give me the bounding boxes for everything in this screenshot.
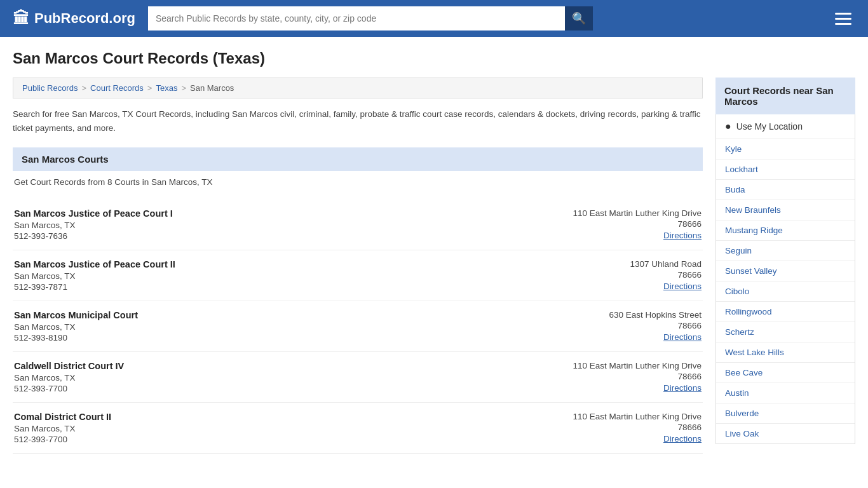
content-layout: Public Records > Court Records > Texas >… bbox=[13, 78, 855, 454]
sidebar-city-link[interactable]: Live Oak bbox=[716, 424, 855, 444]
sidebar: Court Records near San Marcos ● Use My L… bbox=[715, 78, 855, 444]
sidebar-city-link[interactable]: Bulverde bbox=[716, 403, 855, 424]
court-info: San Marcos Justice of Peace Court II San… bbox=[14, 259, 536, 292]
breadcrumb-texas[interactable]: Texas bbox=[156, 83, 177, 93]
hamburger-menu-button[interactable] bbox=[831, 9, 855, 29]
hamburger-line-3 bbox=[835, 23, 851, 25]
court-record: San Marcos Justice of Peace Court I San … bbox=[13, 200, 703, 250]
court-name: San Marcos Municipal Court bbox=[14, 310, 536, 320]
court-address: 110 East Martin Luther King Drive 78666 … bbox=[536, 361, 702, 393]
court-info: San Marcos Justice of Peace Court I San … bbox=[14, 208, 536, 241]
sidebar-city-link[interactable]: Austin bbox=[716, 383, 855, 403]
court-phone: 512-393-7700 bbox=[14, 435, 536, 444]
court-record: Comal District Court II San Marcos, TX 5… bbox=[13, 403, 703, 454]
court-city-state: San Marcos, TX bbox=[14, 424, 536, 433]
breadcrumb-sep-1: > bbox=[81, 83, 86, 93]
search-icon: 🔍 bbox=[572, 11, 586, 25]
court-info: San Marcos Municipal Court San Marcos, T… bbox=[14, 310, 536, 342]
court-street: 630 East Hopkins Street bbox=[536, 310, 702, 320]
sidebar-city-link[interactable]: West Lake Hills bbox=[716, 342, 855, 363]
sidebar-city-link[interactable]: Kyle bbox=[716, 139, 855, 159]
court-address: 110 East Martin Luther King Drive 78666 … bbox=[536, 208, 702, 240]
court-zip: 78666 bbox=[536, 372, 702, 381]
courts-section: San Marcos Courts Get Court Records from… bbox=[13, 147, 703, 454]
breadcrumb-sep-2: > bbox=[147, 83, 153, 93]
court-zip: 78666 bbox=[536, 423, 702, 432]
breadcrumb-court-records[interactable]: Court Records bbox=[90, 83, 144, 93]
court-street: 1307 Uhland Road bbox=[536, 259, 702, 269]
courts-section-header: San Marcos Courts bbox=[13, 147, 703, 171]
court-name: San Marcos Justice of Peace Court II bbox=[14, 259, 536, 269]
sidebar-header: Court Records near San Marcos bbox=[715, 78, 855, 114]
logo-text: PubRecord.org bbox=[34, 10, 135, 27]
sidebar-city-link[interactable]: Cibolo bbox=[716, 281, 855, 302]
hamburger-line-2 bbox=[835, 18, 851, 20]
search-bar: 🔍 bbox=[148, 6, 593, 30]
directions-link[interactable]: Directions bbox=[663, 434, 702, 444]
logo-icon: 🏛 bbox=[13, 9, 29, 29]
sidebar-city-link[interactable]: Rollingwood bbox=[716, 302, 855, 322]
courts-list: San Marcos Justice of Peace Court I San … bbox=[13, 200, 703, 454]
court-name: Comal District Court II bbox=[14, 412, 536, 422]
court-street: 110 East Martin Luther King Drive bbox=[536, 412, 702, 421]
sidebar-city-link[interactable]: Bee Cave bbox=[716, 363, 855, 383]
breadcrumb-sep-3: > bbox=[181, 83, 186, 93]
court-city-state: San Marcos, TX bbox=[14, 373, 536, 383]
sidebar-cities-list: KyleLockhartBudaNew BraunfelsMustang Rid… bbox=[716, 139, 855, 444]
breadcrumb-public-records[interactable]: Public Records bbox=[22, 83, 78, 93]
court-phone: 512-393-7636 bbox=[14, 231, 536, 241]
court-record: San Marcos Justice of Peace Court II San… bbox=[13, 250, 703, 301]
sidebar-city-link[interactable]: Seguin bbox=[716, 241, 855, 261]
court-zip: 78666 bbox=[536, 219, 702, 229]
site-header: 🏛 PubRecord.org 🔍 bbox=[0, 0, 868, 37]
site-logo[interactable]: 🏛 PubRecord.org bbox=[13, 9, 135, 29]
sidebar-city-link[interactable]: Mustang Ridge bbox=[716, 220, 855, 241]
directions-link[interactable]: Directions bbox=[663, 231, 702, 240]
court-city-state: San Marcos, TX bbox=[14, 271, 536, 281]
search-input[interactable] bbox=[148, 6, 565, 30]
directions-link[interactable]: Directions bbox=[663, 332, 702, 342]
courts-subtitle: Get Court Records from 8 Courts in San M… bbox=[13, 177, 703, 187]
use-location-button[interactable]: ● Use My Location bbox=[716, 114, 855, 139]
court-phone: 512-393-8190 bbox=[14, 333, 536, 342]
court-info: Comal District Court II San Marcos, TX 5… bbox=[14, 412, 536, 444]
court-street: 110 East Martin Luther King Drive bbox=[536, 208, 702, 218]
court-record: San Marcos Municipal Court San Marcos, T… bbox=[13, 301, 703, 352]
sidebar-city-link[interactable]: Lockhart bbox=[716, 159, 855, 180]
search-button[interactable]: 🔍 bbox=[565, 6, 593, 30]
court-address: 630 East Hopkins Street 78666 Directions bbox=[536, 310, 702, 342]
sidebar-city-link[interactable]: Buda bbox=[716, 180, 855, 200]
sidebar-city-link[interactable]: Sunset Valley bbox=[716, 261, 855, 281]
main-content: San Marcos Court Records (Texas) Public … bbox=[0, 37, 868, 454]
court-zip: 78666 bbox=[536, 321, 702, 330]
court-record: Caldwell District Court IV San Marcos, T… bbox=[13, 352, 703, 403]
court-name: Caldwell District Court IV bbox=[14, 361, 536, 371]
location-icon: ● bbox=[725, 121, 731, 132]
court-info: Caldwell District Court IV San Marcos, T… bbox=[14, 361, 536, 393]
breadcrumb: Public Records > Court Records > Texas >… bbox=[13, 78, 703, 98]
court-address: 110 East Martin Luther King Drive 78666 … bbox=[536, 412, 702, 444]
page-description: Search for free San Marcos, TX Court Rec… bbox=[13, 107, 703, 135]
court-zip: 78666 bbox=[536, 270, 702, 280]
sidebar-content: ● Use My Location KyleLockhartBudaNew Br… bbox=[715, 114, 855, 444]
breadcrumb-san-marcos: San Marcos bbox=[190, 83, 234, 93]
left-content: Public Records > Court Records > Texas >… bbox=[13, 78, 703, 454]
directions-link[interactable]: Directions bbox=[663, 383, 702, 393]
directions-link[interactable]: Directions bbox=[663, 281, 702, 291]
sidebar-city-link[interactable]: Schertz bbox=[716, 322, 855, 342]
sidebar-city-link[interactable]: New Braunfels bbox=[716, 200, 855, 220]
court-address: 1307 Uhland Road 78666 Directions bbox=[536, 259, 702, 291]
page-title: San Marcos Court Records (Texas) bbox=[13, 50, 855, 67]
court-phone: 512-393-7871 bbox=[14, 282, 536, 292]
court-name: San Marcos Justice of Peace Court I bbox=[14, 208, 536, 219]
court-city-state: San Marcos, TX bbox=[14, 220, 536, 230]
hamburger-line-1 bbox=[835, 13, 851, 15]
court-phone: 512-393-7700 bbox=[14, 384, 536, 393]
court-city-state: San Marcos, TX bbox=[14, 322, 536, 332]
use-location-label: Use My Location bbox=[736, 121, 803, 132]
court-street: 110 East Martin Luther King Drive bbox=[536, 361, 702, 370]
